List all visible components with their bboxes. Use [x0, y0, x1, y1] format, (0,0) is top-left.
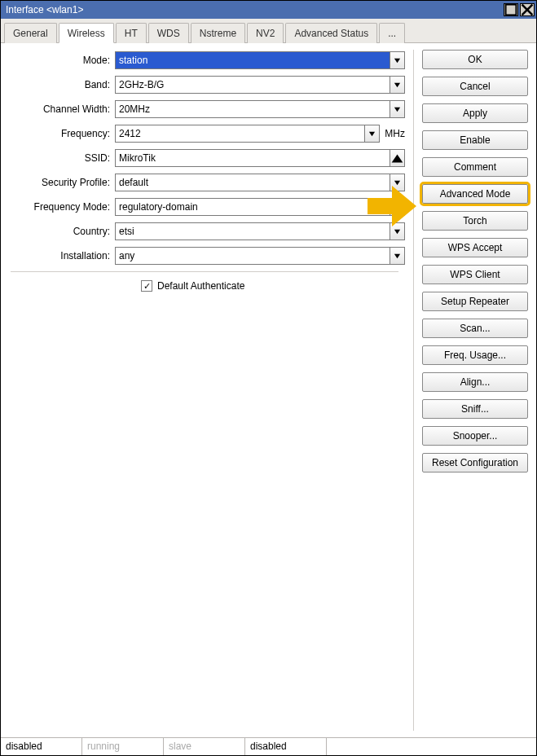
wps-accept-button[interactable]: WPS Accept [422, 238, 528, 257]
tab-general[interactable]: General [4, 23, 57, 43]
ssid-input[interactable]: MikroTik [115, 149, 390, 167]
label-frequency: Frequency: [1, 128, 115, 139]
security-profile-select[interactable]: default [115, 174, 390, 191]
frequency-select[interactable]: 2412 [115, 125, 365, 143]
status-cell: slave [164, 738, 245, 755]
label-security-profile: Security Profile: [1, 177, 115, 188]
status-cell: disabled [245, 738, 327, 755]
svg-marker-7 [392, 154, 403, 162]
chevron-down-icon[interactable] [390, 222, 405, 240]
divider [11, 271, 398, 272]
freq-usage-button[interactable]: Freq. Usage... [422, 345, 528, 365]
svg-marker-10 [394, 229, 400, 233]
band-select[interactable]: 2GHz-B/G [115, 76, 390, 94]
setup-repeater-button[interactable]: Setup Repeater [422, 292, 528, 311]
form-area: Mode: station Band: 2GHz-B/G Channel Wid… [1, 43, 413, 737]
advanced-mode-button[interactable]: Advanced Mode [422, 184, 528, 204]
minimize-icon[interactable] [504, 3, 518, 16]
chevron-down-icon[interactable] [390, 100, 405, 118]
chevron-down-icon[interactable] [390, 247, 405, 265]
button-panel: OK Cancel Apply Enable Comment Advanced … [414, 43, 536, 737]
svg-marker-9 [394, 204, 400, 209]
enable-button[interactable]: Enable [422, 130, 528, 150]
chevron-down-icon[interactable] [390, 76, 405, 94]
window: Interface <wlan1> General Wireless HT WD… [0, 0, 537, 756]
window-title: Interface <wlan1> [6, 4, 502, 15]
cancel-button[interactable]: Cancel [422, 77, 528, 96]
wps-client-button[interactable]: WPS Client [422, 265, 528, 284]
comment-button[interactable]: Comment [422, 157, 528, 177]
chevron-down-icon[interactable] [390, 51, 405, 69]
default-authenticate-checkbox[interactable]: ✓ [141, 280, 152, 292]
svg-marker-11 [394, 253, 400, 257]
label-country: Country: [1, 226, 115, 237]
tab-advanced-status[interactable]: Advanced Status [285, 23, 377, 43]
label-band: Band: [1, 79, 115, 90]
tab-ht[interactable]: HT [116, 23, 147, 43]
status-cell [327, 738, 536, 755]
svg-rect-0 [506, 5, 517, 15]
svg-marker-8 [394, 180, 400, 184]
default-authenticate-label: Default Authenticate [157, 280, 244, 292]
frequency-mode-select[interactable]: regulatory-domain [115, 198, 390, 216]
svg-marker-3 [394, 58, 400, 62]
chevron-down-icon[interactable] [365, 125, 380, 143]
tab-more[interactable]: ... [379, 23, 405, 43]
align-button[interactable]: Align... [422, 372, 528, 392]
svg-marker-4 [394, 82, 400, 86]
tab-wds[interactable]: WDS [148, 23, 189, 43]
status-cell: disabled [1, 738, 82, 755]
channel-width-select[interactable]: 20MHz [115, 100, 390, 118]
tab-wireless[interactable]: Wireless [59, 23, 114, 43]
scan-button[interactable]: Scan... [422, 319, 528, 338]
chevron-down-icon[interactable] [390, 174, 405, 191]
label-channel-width: Channel Width: [1, 103, 115, 115]
ok-button[interactable]: OK [422, 50, 528, 69]
label-ssid: SSID: [1, 152, 115, 164]
installation-select[interactable]: any [115, 247, 390, 265]
chevron-down-icon[interactable] [390, 198, 405, 216]
close-icon[interactable] [520, 3, 535, 16]
svg-marker-5 [394, 107, 400, 111]
sniff-button[interactable]: Sniff... [422, 399, 528, 419]
label-mode: Mode: [1, 55, 115, 66]
country-select[interactable]: etsi [115, 222, 390, 240]
titlebar: Interface <wlan1> [1, 1, 536, 19]
default-authenticate-row: ✓ Default Authenticate [141, 280, 405, 292]
tabs: General Wireless HT WDS Nstreme NV2 Adva… [1, 19, 536, 43]
status-cell: running [82, 738, 164, 755]
frequency-unit: MHz [380, 128, 405, 139]
label-frequency-mode: Frequency Mode: [1, 201, 115, 213]
reset-configuration-button[interactable]: Reset Configuration [422, 453, 528, 472]
statusbar: disabled running slave disabled [1, 737, 536, 755]
tab-nv2[interactable]: NV2 [247, 23, 284, 43]
tab-nstreme[interactable]: Nstreme [191, 23, 245, 43]
snooper-button[interactable]: Snooper... [422, 426, 528, 446]
svg-marker-6 [369, 131, 375, 135]
torch-button[interactable]: Torch [422, 211, 528, 231]
mode-select[interactable]: station [115, 51, 390, 69]
label-installation: Installation: [1, 250, 115, 262]
apply-button[interactable]: Apply [422, 103, 528, 123]
chevron-up-icon[interactable] [390, 149, 405, 167]
